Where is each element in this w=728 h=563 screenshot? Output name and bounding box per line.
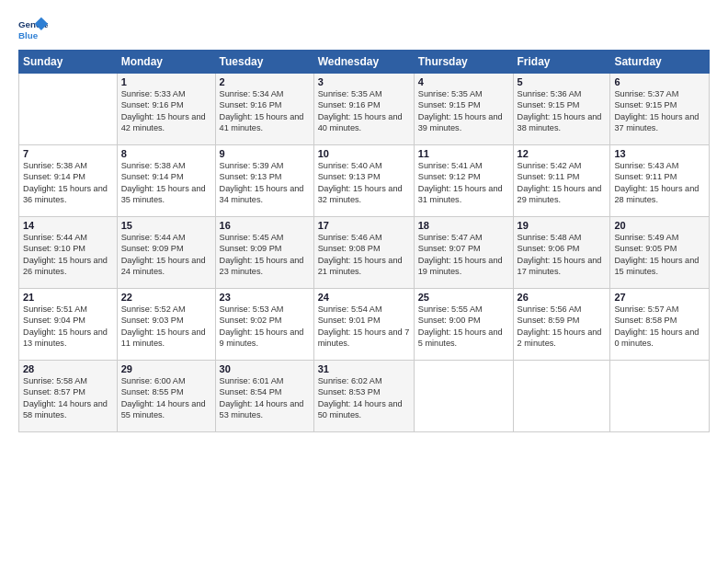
day-cell: 11Sunrise: 5:41 AM Sunset: 9:12 PM Dayli…	[414, 145, 513, 217]
day-cell: 15Sunrise: 5:44 AM Sunset: 9:09 PM Dayli…	[117, 217, 215, 289]
day-info: Sunrise: 5:45 AM Sunset: 9:09 PM Dayligh…	[220, 232, 310, 278]
day-info: Sunrise: 6:01 AM Sunset: 8:54 PM Dayligh…	[220, 375, 310, 421]
day-info: Sunrise: 5:49 AM Sunset: 9:05 PM Dayligh…	[614, 232, 705, 278]
day-number: 6	[614, 76, 705, 87]
header-monday: Monday	[117, 51, 215, 74]
day-cell: 22Sunrise: 5:52 AM Sunset: 9:03 PM Dayli…	[117, 289, 215, 361]
day-info: Sunrise: 5:43 AM Sunset: 9:11 PM Dayligh…	[614, 160, 705, 206]
day-info: Sunrise: 6:00 AM Sunset: 8:55 PM Dayligh…	[121, 375, 211, 421]
header-saturday: Saturday	[610, 51, 710, 74]
day-number: 18	[418, 220, 509, 231]
logo-icon: General Blue	[18, 17, 48, 42]
day-info: Sunrise: 6:02 AM Sunset: 8:53 PM Dayligh…	[318, 375, 410, 421]
day-number: 24	[318, 292, 410, 303]
day-cell: 7Sunrise: 5:38 AM Sunset: 9:14 PM Daylig…	[19, 145, 118, 217]
day-cell: 17Sunrise: 5:46 AM Sunset: 9:08 PM Dayli…	[313, 217, 414, 289]
logo: General Blue	[18, 17, 48, 42]
day-cell: 9Sunrise: 5:39 AM Sunset: 9:13 PM Daylig…	[215, 145, 313, 217]
day-cell: 31Sunrise: 6:02 AM Sunset: 8:53 PM Dayli…	[313, 361, 414, 432]
day-info: Sunrise: 5:38 AM Sunset: 9:14 PM Dayligh…	[23, 160, 113, 206]
day-cell: 26Sunrise: 5:56 AM Sunset: 8:59 PM Dayli…	[513, 289, 610, 361]
day-info: Sunrise: 5:53 AM Sunset: 9:02 PM Dayligh…	[220, 304, 310, 350]
day-cell: 6Sunrise: 5:37 AM Sunset: 9:15 PM Daylig…	[610, 74, 710, 145]
day-cell: 5Sunrise: 5:36 AM Sunset: 9:15 PM Daylig…	[513, 74, 610, 145]
day-info: Sunrise: 5:34 AM Sunset: 9:16 PM Dayligh…	[220, 88, 310, 134]
day-number: 22	[121, 292, 211, 303]
day-info: Sunrise: 5:36 AM Sunset: 9:15 PM Dayligh…	[518, 88, 607, 134]
svg-text:Blue: Blue	[18, 30, 39, 40]
header-tuesday: Tuesday	[215, 51, 313, 74]
day-cell	[414, 361, 513, 432]
day-number: 10	[318, 148, 410, 159]
day-info: Sunrise: 5:33 AM Sunset: 9:16 PM Dayligh…	[121, 88, 211, 134]
day-cell: 16Sunrise: 5:45 AM Sunset: 9:09 PM Dayli…	[215, 217, 313, 289]
calendar-table: SundayMondayTuesdayWednesdayThursdayFrid…	[18, 50, 710, 432]
day-info: Sunrise: 5:56 AM Sunset: 8:59 PM Dayligh…	[518, 304, 607, 350]
header-wednesday: Wednesday	[313, 51, 414, 74]
day-number: 11	[418, 148, 509, 159]
day-number: 15	[121, 220, 211, 231]
day-number: 20	[614, 220, 705, 231]
day-cell: 18Sunrise: 5:47 AM Sunset: 9:07 PM Dayli…	[414, 217, 513, 289]
day-number: 14	[23, 220, 113, 231]
day-number: 25	[418, 292, 509, 303]
day-cell: 8Sunrise: 5:38 AM Sunset: 9:14 PM Daylig…	[117, 145, 215, 217]
day-info: Sunrise: 5:38 AM Sunset: 9:14 PM Dayligh…	[121, 160, 211, 206]
day-cell: 29Sunrise: 6:00 AM Sunset: 8:55 PM Dayli…	[117, 361, 215, 432]
day-number: 9	[220, 148, 310, 159]
day-info: Sunrise: 5:57 AM Sunset: 8:58 PM Dayligh…	[614, 304, 705, 350]
day-number: 28	[23, 363, 113, 374]
day-info: Sunrise: 5:55 AM Sunset: 9:00 PM Dayligh…	[418, 304, 509, 350]
week-row-5: 28Sunrise: 5:58 AM Sunset: 8:57 PM Dayli…	[19, 361, 710, 432]
day-info: Sunrise: 5:44 AM Sunset: 9:10 PM Dayligh…	[23, 232, 113, 278]
day-cell	[610, 361, 710, 432]
day-cell: 30Sunrise: 6:01 AM Sunset: 8:54 PM Dayli…	[215, 361, 313, 432]
day-cell: 21Sunrise: 5:51 AM Sunset: 9:04 PM Dayli…	[19, 289, 118, 361]
day-number: 30	[220, 363, 310, 374]
day-info: Sunrise: 5:52 AM Sunset: 9:03 PM Dayligh…	[121, 304, 211, 350]
day-info: Sunrise: 5:54 AM Sunset: 9:01 PM Dayligh…	[318, 304, 410, 350]
day-info: Sunrise: 5:35 AM Sunset: 9:16 PM Dayligh…	[318, 88, 410, 134]
day-number: 31	[318, 363, 410, 374]
day-cell	[513, 361, 610, 432]
day-info: Sunrise: 5:40 AM Sunset: 9:13 PM Dayligh…	[318, 160, 410, 206]
day-cell: 28Sunrise: 5:58 AM Sunset: 8:57 PM Dayli…	[19, 361, 118, 432]
day-number: 27	[614, 292, 705, 303]
day-number: 3	[318, 76, 410, 87]
day-number: 7	[23, 148, 113, 159]
day-number: 4	[418, 76, 509, 87]
header-thursday: Thursday	[414, 51, 513, 74]
day-number: 13	[614, 148, 705, 159]
week-row-3: 14Sunrise: 5:44 AM Sunset: 9:10 PM Dayli…	[19, 217, 710, 289]
day-info: Sunrise: 5:44 AM Sunset: 9:09 PM Dayligh…	[121, 232, 211, 278]
header-friday: Friday	[513, 51, 610, 74]
day-cell: 1Sunrise: 5:33 AM Sunset: 9:16 PM Daylig…	[117, 74, 215, 145]
day-cell: 19Sunrise: 5:48 AM Sunset: 9:06 PM Dayli…	[513, 217, 610, 289]
day-number: 17	[318, 220, 410, 231]
day-number: 26	[518, 292, 607, 303]
week-row-2: 7Sunrise: 5:38 AM Sunset: 9:14 PM Daylig…	[19, 145, 710, 217]
day-cell: 3Sunrise: 5:35 AM Sunset: 9:16 PM Daylig…	[313, 74, 414, 145]
day-number: 16	[220, 220, 310, 231]
day-info: Sunrise: 5:58 AM Sunset: 8:57 PM Dayligh…	[23, 375, 113, 421]
day-number: 8	[121, 148, 211, 159]
day-cell: 25Sunrise: 5:55 AM Sunset: 9:00 PM Dayli…	[414, 289, 513, 361]
day-cell: 4Sunrise: 5:35 AM Sunset: 9:15 PM Daylig…	[414, 74, 513, 145]
day-info: Sunrise: 5:35 AM Sunset: 9:15 PM Dayligh…	[418, 88, 509, 134]
day-cell: 27Sunrise: 5:57 AM Sunset: 8:58 PM Dayli…	[610, 289, 710, 361]
header-sunday: Sunday	[19, 51, 118, 74]
day-cell	[19, 74, 118, 145]
calendar-header-row: SundayMondayTuesdayWednesdayThursdayFrid…	[19, 51, 710, 74]
day-number: 5	[518, 76, 607, 87]
day-info: Sunrise: 5:42 AM Sunset: 9:11 PM Dayligh…	[518, 160, 607, 206]
day-info: Sunrise: 5:39 AM Sunset: 9:13 PM Dayligh…	[220, 160, 310, 206]
day-cell: 10Sunrise: 5:40 AM Sunset: 9:13 PM Dayli…	[313, 145, 414, 217]
day-number: 1	[121, 76, 211, 87]
day-info: Sunrise: 5:41 AM Sunset: 9:12 PM Dayligh…	[418, 160, 509, 206]
day-number: 29	[121, 363, 211, 374]
day-number: 2	[220, 76, 310, 87]
day-cell: 20Sunrise: 5:49 AM Sunset: 9:05 PM Dayli…	[610, 217, 710, 289]
day-number: 19	[518, 220, 607, 231]
day-info: Sunrise: 5:47 AM Sunset: 9:07 PM Dayligh…	[418, 232, 509, 278]
day-number: 23	[220, 292, 310, 303]
